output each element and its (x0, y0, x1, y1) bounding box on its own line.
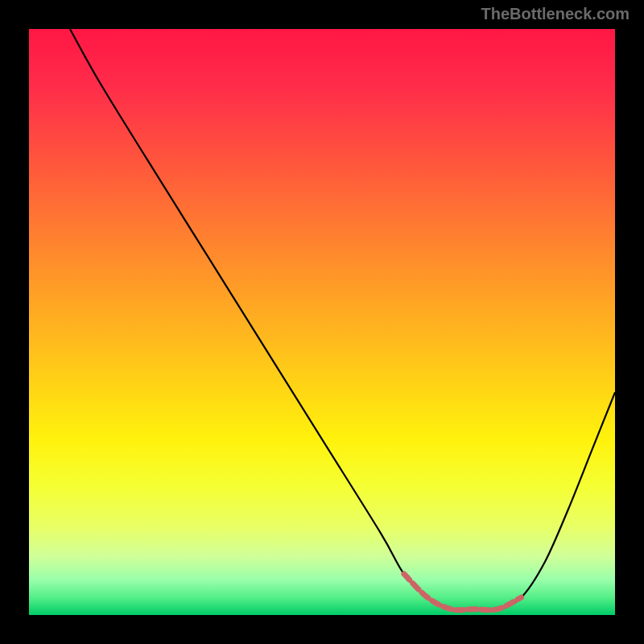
optimal-zone-marker (404, 574, 522, 610)
chart-plot-area (29, 29, 615, 615)
attribution-text: TheBottleneck.com (481, 5, 630, 23)
bottleneck-curve (70, 29, 615, 610)
curve-layer (29, 29, 615, 615)
